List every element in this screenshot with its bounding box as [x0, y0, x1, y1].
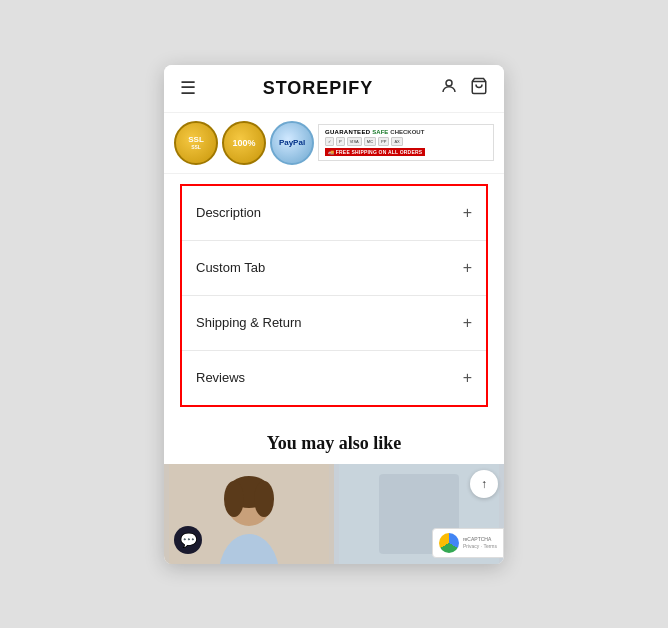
tab-shipping[interactable]: Shipping & Return + — [182, 296, 486, 351]
svg-point-7 — [254, 481, 274, 517]
tab-custom-plus: + — [463, 259, 472, 277]
svg-point-0 — [446, 80, 452, 86]
header: ☰ STOREPIFY — [164, 65, 504, 113]
hamburger-icon[interactable]: ☰ — [180, 77, 196, 99]
tab-custom-label: Custom Tab — [196, 260, 265, 275]
tab-description[interactable]: Description + — [182, 186, 486, 241]
product-card-2[interactable]: ↑ reCAPTCHA Privacy · Terms — [334, 464, 504, 564]
svg-point-6 — [224, 481, 244, 517]
checkout-label: CHECKOUT — [390, 129, 424, 135]
scroll-up-button[interactable]: ↑ — [470, 470, 498, 498]
tab-reviews[interactable]: Reviews + — [182, 351, 486, 405]
guarantee-box: GUARANTEED SAFE CHECKOUT ✓ P VISA MC PP … — [318, 124, 494, 161]
cart-icon[interactable] — [470, 77, 488, 100]
recaptcha-badge: reCAPTCHA Privacy · Terms — [432, 528, 504, 558]
products-row: 💬 ↑ reCAPTCHA Privacy · Terms — [164, 464, 504, 564]
user-icon[interactable] — [440, 77, 458, 100]
tab-reviews-plus: + — [463, 369, 472, 387]
payment-icons: ✓ P VISA MC PP AX — [325, 137, 403, 146]
tab-shipping-plus: + — [463, 314, 472, 332]
tab-description-label: Description — [196, 205, 261, 220]
hundred-badge: 100% — [222, 121, 266, 165]
logo: STOREPIFY — [263, 78, 374, 99]
ssl-badge: SSL — [174, 121, 218, 165]
safe-label: SAFE — [372, 129, 388, 135]
tab-description-plus: + — [463, 204, 472, 222]
recaptcha-info: reCAPTCHA Privacy · Terms — [463, 536, 497, 549]
free-shipping-label: 🚚 FREE SHIPPING ON ALL ORDERS — [325, 148, 425, 156]
paypal-badge: PayPal — [270, 121, 314, 165]
chat-bubble-icon: 💬 — [174, 526, 202, 554]
also-like-title: You may also like — [164, 417, 504, 464]
phone-frame: ☰ STOREPIFY SSL 100% PayPal GUARAN — [164, 65, 504, 564]
guaranteed-title: GUARANTEED — [325, 129, 370, 135]
trust-badges-section: SSL 100% PayPal GUARANTEED SAFE CHECKOUT… — [164, 113, 504, 174]
tab-custom[interactable]: Custom Tab + — [182, 241, 486, 296]
recaptcha-links: Privacy · Terms — [463, 543, 497, 549]
tab-reviews-label: Reviews — [196, 370, 245, 385]
product-card-1[interactable]: 💬 — [164, 464, 334, 564]
recaptcha-logo — [439, 533, 459, 553]
tab-shipping-label: Shipping & Return — [196, 315, 302, 330]
header-icons — [440, 77, 488, 100]
tabs-section: Description + Custom Tab + Shipping & Re… — [180, 184, 488, 407]
